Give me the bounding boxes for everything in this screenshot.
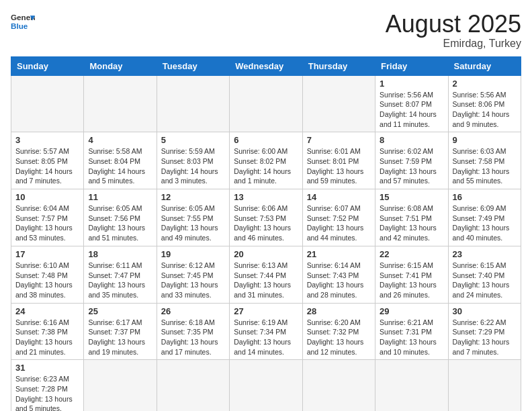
- calendar-day-cell: 17Sunrise: 6:10 AM Sunset: 7:48 PM Dayli…: [11, 246, 84, 303]
- calendar-week-row: 1Sunrise: 5:56 AM Sunset: 8:07 PM Daylig…: [11, 75, 521, 132]
- day-number: 9: [453, 135, 517, 145]
- calendar-day-cell: [11, 75, 84, 132]
- day-number: 7: [307, 135, 371, 145]
- calendar-day-cell: 22Sunrise: 6:15 AM Sunset: 7:41 PM Dayli…: [375, 246, 448, 303]
- day-number: 11: [88, 192, 152, 202]
- calendar-week-row: 17Sunrise: 6:10 AM Sunset: 7:48 PM Dayli…: [11, 246, 521, 303]
- day-info: Sunrise: 6:15 AM Sunset: 7:41 PM Dayligh…: [380, 261, 443, 300]
- day-info: Sunrise: 5:56 AM Sunset: 8:07 PM Dayligh…: [380, 90, 443, 130]
- day-number: 30: [453, 306, 517, 316]
- calendar-day-cell: 30Sunrise: 6:22 AM Sunset: 7:29 PM Dayli…: [448, 303, 521, 360]
- day-number: 22: [380, 249, 443, 259]
- day-number: 21: [307, 249, 371, 259]
- day-number: 6: [234, 135, 298, 145]
- day-info: Sunrise: 5:57 AM Sunset: 8:05 PM Dayligh…: [15, 146, 79, 186]
- day-info: Sunrise: 6:16 AM Sunset: 7:38 PM Dayligh…: [15, 318, 79, 357]
- calendar-title: August 2025: [386, 11, 521, 38]
- calendar-table: SundayMondayTuesdayWednesdayThursdayFrid…: [11, 56, 521, 411]
- page-header: General Blue August 2025 Emirdag, Turkey: [11, 11, 521, 50]
- logo-icon: General Blue: [11, 11, 35, 35]
- day-header-saturday: Saturday: [448, 56, 521, 75]
- svg-text:Blue: Blue: [11, 21, 28, 30]
- day-info: Sunrise: 6:12 AM Sunset: 7:45 PM Dayligh…: [161, 261, 225, 300]
- calendar-day-cell: 9Sunrise: 6:03 AM Sunset: 7:58 PM Daylig…: [448, 132, 521, 189]
- day-header-wednesday: Wednesday: [230, 56, 302, 75]
- day-info: Sunrise: 5:59 AM Sunset: 8:03 PM Dayligh…: [161, 146, 225, 186]
- day-header-thursday: Thursday: [302, 56, 375, 75]
- day-info: Sunrise: 6:22 AM Sunset: 7:29 PM Dayligh…: [453, 318, 517, 357]
- day-number: 19: [161, 249, 225, 259]
- day-info: Sunrise: 6:23 AM Sunset: 7:28 PM Dayligh…: [15, 374, 79, 411]
- day-number: 15: [380, 192, 443, 202]
- calendar-week-row: 31Sunrise: 6:23 AM Sunset: 7:28 PM Dayli…: [11, 360, 521, 411]
- day-number: 26: [161, 306, 225, 316]
- day-number: 4: [88, 135, 152, 145]
- day-info: Sunrise: 5:56 AM Sunset: 8:06 PM Dayligh…: [453, 90, 517, 130]
- calendar-day-cell: [375, 360, 448, 411]
- day-info: Sunrise: 6:03 AM Sunset: 7:58 PM Dayligh…: [453, 146, 517, 186]
- calendar-day-cell: 6Sunrise: 6:00 AM Sunset: 8:02 PM Daylig…: [230, 132, 302, 189]
- calendar-day-cell: 5Sunrise: 5:59 AM Sunset: 8:03 PM Daylig…: [157, 132, 229, 189]
- calendar-day-cell: [157, 75, 229, 132]
- day-number: 14: [307, 192, 371, 202]
- day-number: 17: [15, 249, 79, 259]
- calendar-day-cell: [230, 360, 302, 411]
- day-number: 8: [380, 135, 443, 145]
- day-info: Sunrise: 6:00 AM Sunset: 8:02 PM Dayligh…: [234, 146, 298, 186]
- calendar-day-cell: [230, 75, 302, 132]
- day-number: 25: [88, 306, 152, 316]
- calendar-day-cell: 1Sunrise: 5:56 AM Sunset: 8:07 PM Daylig…: [375, 75, 448, 132]
- day-info: Sunrise: 6:11 AM Sunset: 7:47 PM Dayligh…: [88, 261, 152, 300]
- day-info: Sunrise: 6:20 AM Sunset: 7:32 PM Dayligh…: [307, 318, 371, 357]
- calendar-day-cell: [302, 75, 375, 132]
- calendar-day-cell: 11Sunrise: 6:05 AM Sunset: 7:56 PM Dayli…: [84, 189, 157, 246]
- calendar-subtitle: Emirdag, Turkey: [386, 38, 521, 50]
- day-info: Sunrise: 5:58 AM Sunset: 8:04 PM Dayligh…: [88, 146, 152, 186]
- day-header-sunday: Sunday: [11, 56, 84, 75]
- day-number: 29: [380, 306, 443, 316]
- day-number: 1: [380, 79, 443, 89]
- calendar-day-cell: 26Sunrise: 6:18 AM Sunset: 7:35 PM Dayli…: [157, 303, 229, 360]
- calendar-day-cell: 2Sunrise: 5:56 AM Sunset: 8:06 PM Daylig…: [448, 75, 521, 132]
- calendar-week-row: 3Sunrise: 5:57 AM Sunset: 8:05 PM Daylig…: [11, 132, 521, 189]
- day-info: Sunrise: 6:04 AM Sunset: 7:57 PM Dayligh…: [15, 203, 79, 243]
- day-info: Sunrise: 6:02 AM Sunset: 7:59 PM Dayligh…: [380, 146, 443, 186]
- day-number: 16: [453, 192, 517, 202]
- calendar-day-cell: 16Sunrise: 6:09 AM Sunset: 7:49 PM Dayli…: [448, 189, 521, 246]
- day-info: Sunrise: 6:19 AM Sunset: 7:34 PM Dayligh…: [234, 318, 298, 357]
- calendar-day-cell: 3Sunrise: 5:57 AM Sunset: 8:05 PM Daylig…: [11, 132, 84, 189]
- day-info: Sunrise: 6:06 AM Sunset: 7:53 PM Dayligh…: [234, 203, 298, 243]
- calendar-day-cell: [302, 360, 375, 411]
- day-info: Sunrise: 6:21 AM Sunset: 7:31 PM Dayligh…: [380, 318, 443, 357]
- calendar-day-cell: 21Sunrise: 6:14 AM Sunset: 7:43 PM Dayli…: [302, 246, 375, 303]
- calendar-day-cell: 15Sunrise: 6:08 AM Sunset: 7:51 PM Dayli…: [375, 189, 448, 246]
- day-info: Sunrise: 6:08 AM Sunset: 7:51 PM Dayligh…: [380, 203, 443, 243]
- calendar-day-cell: 28Sunrise: 6:20 AM Sunset: 7:32 PM Dayli…: [302, 303, 375, 360]
- day-number: 3: [15, 135, 79, 145]
- calendar-day-cell: 18Sunrise: 6:11 AM Sunset: 7:47 PM Dayli…: [84, 246, 157, 303]
- calendar-day-cell: 25Sunrise: 6:17 AM Sunset: 7:37 PM Dayli…: [84, 303, 157, 360]
- calendar-day-cell: [157, 360, 229, 411]
- calendar-day-cell: [84, 75, 157, 132]
- day-number: 20: [234, 249, 298, 259]
- calendar-day-cell: 20Sunrise: 6:13 AM Sunset: 7:44 PM Dayli…: [230, 246, 302, 303]
- calendar-day-cell: 14Sunrise: 6:07 AM Sunset: 7:52 PM Dayli…: [302, 189, 375, 246]
- day-info: Sunrise: 6:09 AM Sunset: 7:49 PM Dayligh…: [453, 203, 517, 243]
- day-info: Sunrise: 6:07 AM Sunset: 7:52 PM Dayligh…: [307, 203, 371, 243]
- calendar-day-cell: 4Sunrise: 5:58 AM Sunset: 8:04 PM Daylig…: [84, 132, 157, 189]
- calendar-day-cell: 10Sunrise: 6:04 AM Sunset: 7:57 PM Dayli…: [11, 189, 84, 246]
- day-info: Sunrise: 6:05 AM Sunset: 7:56 PM Dayligh…: [88, 203, 152, 243]
- calendar-day-cell: 7Sunrise: 6:01 AM Sunset: 8:01 PM Daylig…: [302, 132, 375, 189]
- calendar-week-row: 24Sunrise: 6:16 AM Sunset: 7:38 PM Dayli…: [11, 303, 521, 360]
- calendar-day-cell: 13Sunrise: 6:06 AM Sunset: 7:53 PM Dayli…: [230, 189, 302, 246]
- day-number: 12: [161, 192, 225, 202]
- day-header-friday: Friday: [375, 56, 448, 75]
- calendar-day-cell: 29Sunrise: 6:21 AM Sunset: 7:31 PM Dayli…: [375, 303, 448, 360]
- calendar-day-cell: [84, 360, 157, 411]
- day-info: Sunrise: 6:13 AM Sunset: 7:44 PM Dayligh…: [234, 261, 298, 300]
- day-number: 18: [88, 249, 152, 259]
- day-number: 31: [15, 363, 79, 373]
- day-info: Sunrise: 6:15 AM Sunset: 7:40 PM Dayligh…: [453, 261, 517, 300]
- day-header-tuesday: Tuesday: [157, 56, 229, 75]
- day-number: 23: [453, 249, 517, 259]
